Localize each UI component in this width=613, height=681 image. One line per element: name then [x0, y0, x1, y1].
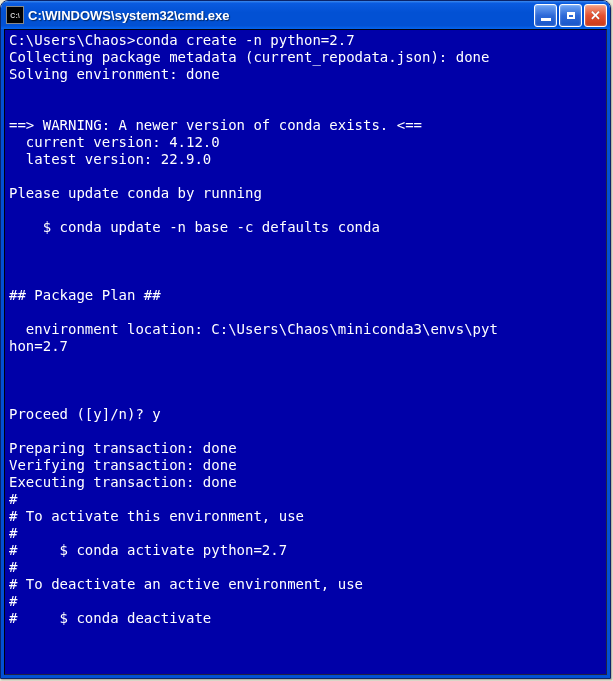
terminal-output: Collecting package metadata (current_rep… [9, 49, 498, 626]
close-icon: ✕ [590, 9, 601, 22]
minimize-button[interactable] [534, 4, 557, 27]
minimize-icon [541, 18, 551, 21]
maximize-button[interactable] [559, 4, 582, 27]
terminal-area[interactable]: C:\Users\Chaos>conda create -n python=2.… [4, 29, 607, 675]
titlebar[interactable]: C:\ C:\WINDOWS\system32\cmd.exe ✕ [1, 1, 610, 29]
typed-command: conda create -n python=2.7 [135, 32, 354, 48]
window-title: C:\WINDOWS\system32\cmd.exe [28, 8, 534, 23]
cmd-icon: C:\ [6, 6, 24, 24]
cmd-window: C:\ C:\WINDOWS\system32\cmd.exe ✕ C:\Use… [0, 0, 611, 679]
maximize-icon [567, 12, 575, 19]
close-button[interactable]: ✕ [584, 4, 607, 27]
window-frame: C:\Users\Chaos>conda create -n python=2.… [1, 29, 610, 678]
cmd-icon-label: C:\ [10, 12, 19, 19]
prompt: C:\Users\Chaos> [9, 32, 135, 48]
window-controls: ✕ [534, 4, 607, 27]
